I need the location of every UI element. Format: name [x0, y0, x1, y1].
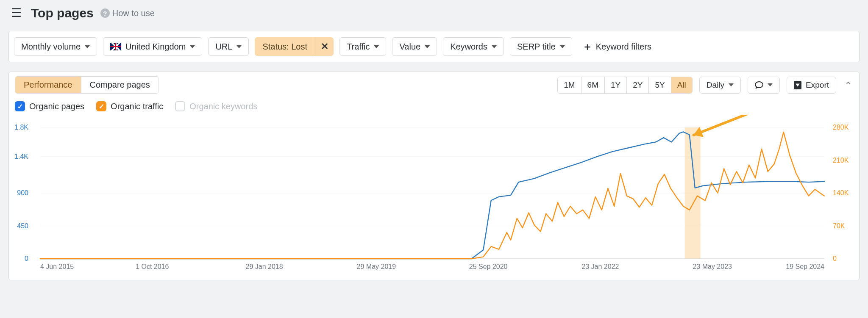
collapse-panel-button[interactable]: ⌃: [843, 80, 853, 90]
svg-text:0: 0: [833, 255, 837, 262]
download-icon: [794, 81, 801, 89]
range-2y[interactable]: 2Y: [626, 77, 648, 93]
range-all[interactable]: All: [671, 77, 692, 93]
chevron-down-icon: [768, 83, 773, 86]
filter-traffic-label: Traffic: [347, 42, 370, 52]
legend-organic-pages-label: Organic pages: [29, 102, 84, 111]
chevron-down-icon: [236, 45, 242, 48]
filter-value-label: Value: [399, 42, 420, 52]
performance-chart: 04509001.4K1.8K070K140K210K280K4 Jun 201…: [15, 115, 854, 276]
svg-line-25: [694, 115, 753, 135]
range-5y[interactable]: 5Y: [648, 77, 670, 93]
svg-rect-15: [685, 127, 701, 259]
tab-performance[interactable]: Performance: [15, 77, 81, 93]
range-6m[interactable]: 6M: [581, 77, 604, 93]
legend-organic-traffic[interactable]: Organic traffic: [96, 101, 163, 111]
svg-text:25 Sep 2020: 25 Sep 2020: [469, 263, 508, 270]
tab-compare-pages[interactable]: Compare pages: [81, 77, 159, 93]
svg-text:70K: 70K: [833, 222, 845, 230]
filter-status-pill: Status: Lost ✕: [255, 37, 334, 56]
chevron-down-icon: [492, 45, 497, 48]
svg-text:210K: 210K: [833, 157, 849, 164]
how-to-use-label: How to use: [112, 8, 155, 18]
svg-text:1.4K: 1.4K: [15, 153, 28, 160]
filter-monthly-volume-label: Monthly volume: [21, 42, 81, 52]
svg-text:29 Jan 2018: 29 Jan 2018: [246, 263, 283, 270]
svg-text:4 Jun 2015: 4 Jun 2015: [40, 263, 74, 270]
svg-text:23 May 2023: 23 May 2023: [693, 263, 732, 270]
filters-bar: Monthly volume United Kingdom URL Status…: [8, 31, 860, 62]
checkbox-checked-icon: [15, 101, 25, 111]
filter-url[interactable]: URL: [208, 37, 249, 56]
filter-country[interactable]: United Kingdom: [103, 37, 202, 56]
filter-serp-title-label: SERP title: [517, 42, 556, 52]
chevron-down-icon: [425, 45, 430, 48]
export-label: Export: [806, 80, 829, 90]
chevron-down-icon: [560, 45, 565, 48]
legend-organic-keywords[interactable]: Organic keywords: [175, 101, 257, 111]
svg-text:1.8K: 1.8K: [15, 124, 28, 131]
export-button[interactable]: Export: [787, 77, 836, 94]
chevron-down-icon: [374, 45, 379, 48]
svg-text:450: 450: [17, 222, 28, 230]
checkbox-checked-icon: [96, 101, 106, 111]
legend-organic-pages[interactable]: Organic pages: [15, 101, 84, 111]
add-keyword-filters-button[interactable]: ＋ Keyword filters: [578, 41, 656, 52]
svg-text:900: 900: [17, 189, 28, 196]
svg-text:23 Jan 2022: 23 Jan 2022: [581, 263, 619, 270]
filter-keywords[interactable]: Keywords: [443, 37, 504, 56]
speech-bubble-icon: [755, 81, 763, 89]
menu-icon[interactable]: ☰: [8, 6, 24, 21]
page-title: Top pages: [31, 6, 94, 20]
chevron-down-icon: [729, 83, 734, 86]
range-1y[interactable]: 1Y: [604, 77, 626, 93]
clear-status-filter-button[interactable]: ✕: [315, 37, 334, 56]
svg-text:0: 0: [25, 255, 28, 262]
filter-value[interactable]: Value: [392, 37, 437, 56]
chevron-down-icon: [190, 45, 195, 48]
svg-text:1 Oct 2016: 1 Oct 2016: [136, 263, 169, 270]
chart-panel: Performance Compare pages 1M 6M 1Y 2Y 5Y…: [8, 72, 860, 280]
flag-uk-icon: [110, 43, 121, 50]
svg-text:280K: 280K: [833, 124, 849, 131]
filter-serp-title[interactable]: SERP title: [510, 37, 572, 56]
plus-icon: ＋: [582, 41, 593, 52]
legend-organic-traffic-label: Organic traffic: [111, 102, 163, 111]
view-mode-tabs: Performance Compare pages: [15, 76, 159, 94]
legend-organic-keywords-label: Organic keywords: [189, 102, 257, 111]
how-to-use-link[interactable]: ? How to use: [100, 8, 155, 18]
checkbox-unchecked-icon: [175, 101, 185, 111]
svg-text:19 Sep 2024: 19 Sep 2024: [786, 263, 824, 270]
granularity-label: Daily: [707, 80, 724, 90]
filter-url-label: URL: [215, 42, 232, 52]
notes-button[interactable]: [748, 77, 780, 94]
filter-monthly-volume[interactable]: Monthly volume: [14, 37, 97, 56]
range-1m[interactable]: 1M: [558, 77, 581, 93]
filter-traffic[interactable]: Traffic: [339, 37, 386, 56]
chevron-down-icon: [85, 45, 90, 48]
filter-status-label[interactable]: Status: Lost: [255, 37, 315, 56]
keyword-filters-label: Keyword filters: [596, 42, 651, 52]
filter-keywords-label: Keywords: [450, 42, 487, 52]
filter-country-label: United Kingdom: [125, 42, 186, 52]
granularity-select[interactable]: Daily: [699, 77, 741, 94]
time-range-group: 1M 6M 1Y 2Y 5Y All: [557, 77, 693, 94]
svg-text:140K: 140K: [833, 189, 849, 196]
help-icon: ?: [100, 8, 110, 18]
svg-text:29 May 2019: 29 May 2019: [357, 263, 396, 270]
